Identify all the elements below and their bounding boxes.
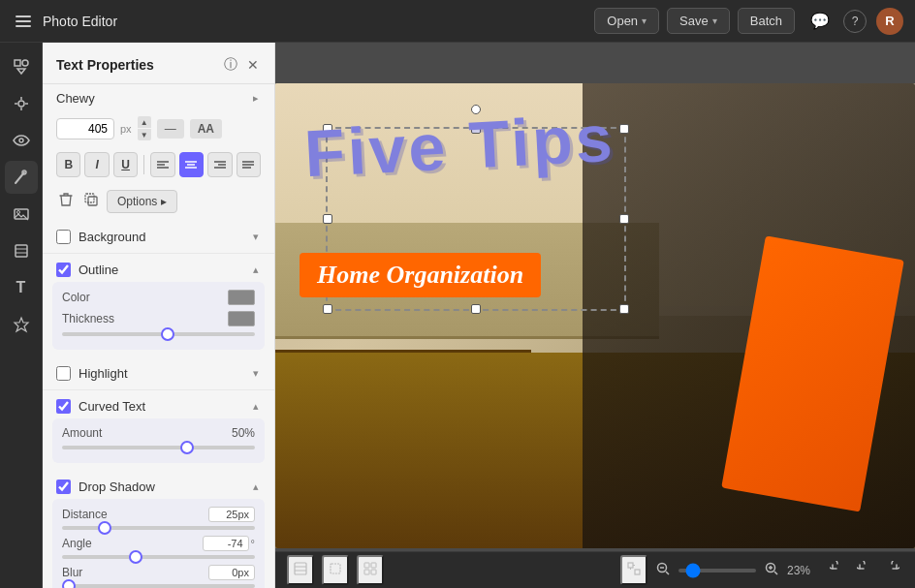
zoom-in-button[interactable]: [762, 559, 781, 582]
zoom-out-button[interactable]: [653, 559, 673, 582]
size-up-button[interactable]: ▲: [138, 116, 151, 128]
outline-collapse-button[interactable]: ▴: [251, 262, 261, 278]
grid-bottom-button[interactable]: [357, 555, 384, 585]
help-button[interactable]: ?: [843, 10, 867, 33]
five-tips-text: Five Tips: [302, 104, 616, 186]
rotate-left-button[interactable]: [826, 557, 849, 583]
drop-shadow-label: Drop Shadow: [79, 480, 155, 494]
curved-amount-row: Amount 50%: [62, 426, 255, 440]
distance-slider[interactable]: [62, 526, 255, 530]
tool-brush[interactable]: [5, 161, 38, 194]
curved-collapse-button[interactable]: ▴: [251, 398, 261, 415]
curved-text-label: Curved Text: [79, 399, 145, 414]
distance-label: Distance: [62, 508, 108, 521]
delete-button[interactable]: [56, 189, 76, 213]
close-panel-button[interactable]: ✕: [245, 54, 261, 76]
drop-shadow-row: Drop Shadow ▴: [43, 471, 274, 499]
crop-bottom-button[interactable]: [322, 555, 349, 585]
panel-title: Text Properties: [56, 57, 154, 73]
open-button[interactable]: Open ▾: [594, 8, 659, 34]
aa-button[interactable]: AA: [190, 119, 222, 139]
tool-image[interactable]: [5, 198, 38, 231]
outline-row: Outline ▴: [43, 254, 274, 282]
curved-text-checkbox[interactable]: [56, 399, 71, 414]
blur-slider[interactable]: [62, 584, 255, 588]
align-center-button[interactable]: [179, 152, 204, 177]
align-right-button[interactable]: [207, 152, 232, 177]
background-expand-button[interactable]: ▾: [251, 229, 261, 245]
align-justify-button[interactable]: [237, 152, 261, 177]
align-left-button[interactable]: [150, 152, 174, 177]
fit-button[interactable]: [620, 555, 647, 585]
top-bar: Photo Editor Open ▾ Save ▾ Batch 💬 ? R: [0, 0, 915, 43]
background-label: Background: [79, 230, 145, 244]
angle-slider[interactable]: [62, 555, 255, 559]
distance-row: Distance: [62, 507, 255, 522]
blur-thumb[interactable]: [62, 579, 76, 588]
background-checkbox[interactable]: [56, 230, 71, 244]
batch-button[interactable]: Batch: [738, 8, 795, 34]
five-tips-container: Five Tips: [304, 112, 615, 178]
format-row: B I U: [43, 148, 274, 185]
shadow-collapse-button[interactable]: ▴: [251, 479, 261, 495]
undo-redo-group: [826, 557, 903, 583]
outline-thickness-thumb[interactable]: [161, 327, 174, 341]
curved-amount-slider[interactable]: [62, 446, 255, 449]
outline-color-swatch[interactable]: [228, 290, 255, 305]
canvas-area: Five Tips Home Organization: [275, 43, 915, 588]
size-down-button[interactable]: ▼: [138, 129, 151, 140]
dash-button[interactable]: —: [157, 119, 184, 139]
options-button[interactable]: Options ▸: [107, 190, 177, 213]
angle-thumb[interactable]: [129, 550, 142, 564]
svg-marker-15: [15, 318, 28, 331]
blur-label: Blur: [62, 566, 82, 579]
underline-button[interactable]: U: [113, 152, 138, 177]
svg-point-8: [19, 139, 23, 142]
save-button[interactable]: Save ▾: [667, 8, 730, 34]
chat-button[interactable]: 💬: [806, 8, 834, 34]
highlight-expand-button[interactable]: ▾: [251, 365, 261, 382]
distance-input[interactable]: [208, 507, 255, 522]
menu-button[interactable]: [12, 12, 35, 31]
background-check-left: Background: [56, 230, 145, 244]
size-row: px ▲ ▼ — AA: [43, 112, 274, 148]
curved-amount-thumb[interactable]: [180, 441, 194, 454]
drop-shadow-checkbox[interactable]: [56, 480, 71, 494]
info-button[interactable]: ⓘ: [222, 54, 239, 76]
outline-thickness-swatch[interactable]: [228, 311, 255, 326]
blur-input[interactable]: [208, 565, 255, 580]
curved-check-left: Curved Text: [56, 399, 145, 414]
svg-rect-29: [85, 194, 94, 202]
main-layout: T Text Properties ⓘ ✕ Chewy ▸ px ▲ ▼: [0, 43, 915, 588]
duplicate-button[interactable]: [81, 190, 101, 212]
home-org-banner: Home Organization: [300, 253, 541, 297]
zoom-slider[interactable]: [678, 569, 756, 573]
distance-thumb[interactable]: [98, 521, 111, 535]
svg-rect-33: [331, 564, 340, 573]
avatar-button[interactable]: R: [876, 8, 903, 35]
undo-button[interactable]: [853, 557, 876, 583]
outline-checkbox[interactable]: [56, 263, 71, 277]
svg-rect-30: [295, 563, 306, 574]
canvas-image[interactable]: Five Tips Home Organization: [275, 83, 915, 548]
bold-button[interactable]: B: [56, 152, 80, 177]
angle-input[interactable]: [203, 536, 249, 551]
home-org-container: Home Organization: [300, 253, 541, 297]
curved-text-row: Curved Text ▴: [43, 390, 274, 418]
tool-layers[interactable]: [5, 234, 38, 267]
tool-sticker[interactable]: [5, 308, 38, 341]
tool-text[interactable]: T: [5, 271, 38, 304]
redo-button[interactable]: [880, 557, 903, 583]
text-icon: T: [16, 279, 26, 296]
outline-thickness-slider[interactable]: [62, 332, 255, 336]
font-size-input[interactable]: [56, 118, 114, 139]
font-size-unit: px: [120, 123, 132, 135]
highlight-checkbox[interactable]: [56, 366, 71, 381]
layers-bottom-button[interactable]: [287, 555, 314, 585]
font-expand-button[interactable]: ▸: [251, 90, 261, 107]
app-title: Photo Editor: [43, 14, 117, 29]
tool-effects[interactable]: [5, 87, 38, 120]
italic-button[interactable]: I: [84, 152, 109, 177]
tool-shapes[interactable]: [5, 50, 38, 83]
tool-eye[interactable]: [5, 124, 38, 157]
